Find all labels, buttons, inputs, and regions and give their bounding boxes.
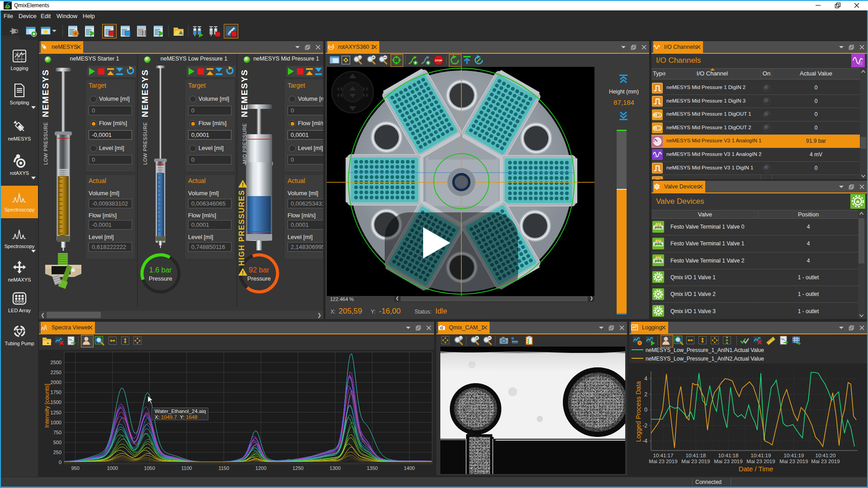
svg-text:1500: 1500 bbox=[51, 399, 61, 405]
svg-text:1300: 1300 bbox=[330, 465, 340, 471]
svg-text:Mai 23 2019: Mai 23 2019 bbox=[681, 459, 710, 464]
svg-text:1.6 bar: 1.6 bar bbox=[149, 266, 172, 274]
svg-text:2500: 2500 bbox=[51, 360, 61, 365]
svg-text:750: 750 bbox=[53, 430, 61, 435]
svg-text:10:41:18: 10:41:18 bbox=[686, 453, 706, 458]
svg-text:1: 1 bbox=[659, 127, 660, 130]
svg-text:250: 250 bbox=[53, 450, 61, 455]
svg-text:0: 0 bbox=[644, 407, 647, 413]
svg-text:Mai 23 2019: Mai 23 2019 bbox=[779, 459, 808, 464]
svg-text:1250: 1250 bbox=[51, 410, 61, 415]
svg-text:1750: 1750 bbox=[51, 389, 61, 395]
svg-text:-2: -2 bbox=[642, 422, 647, 429]
svg-text:92 bar: 92 bar bbox=[249, 266, 269, 274]
svg-text:-4: -4 bbox=[642, 438, 647, 444]
svg-text:Pressure: Pressure bbox=[149, 275, 172, 282]
svg-text:Mai 23 2019: Mai 23 2019 bbox=[746, 459, 775, 464]
svg-text:10:41:19: 10:41:19 bbox=[784, 453, 804, 458]
svg-text:STOP: STOP bbox=[435, 59, 442, 62]
svg-text:2250: 2250 bbox=[51, 370, 61, 375]
svg-text:1200: 1200 bbox=[255, 465, 266, 471]
svg-text:500: 500 bbox=[53, 440, 61, 445]
svg-text:10:41:17: 10:41:17 bbox=[653, 453, 674, 458]
svg-text:Pressure: Pressure bbox=[247, 275, 271, 282]
svg-text:0: 0 bbox=[655, 114, 656, 117]
svg-text:1250: 1250 bbox=[292, 465, 303, 471]
svg-text:950: 950 bbox=[71, 465, 79, 471]
svg-text:1400: 1400 bbox=[404, 465, 415, 471]
svg-text:1050: 1050 bbox=[144, 465, 155, 471]
svg-text:0: 0 bbox=[655, 127, 656, 130]
svg-text:Mai 23 2019: Mai 23 2019 bbox=[811, 459, 840, 464]
svg-text:1.0: 1.0 bbox=[459, 337, 462, 340]
svg-text:10:41:19: 10:41:19 bbox=[751, 453, 771, 458]
svg-text:1350: 1350 bbox=[367, 465, 377, 471]
svg-text:4: 4 bbox=[644, 375, 647, 382]
svg-text:1000: 1000 bbox=[107, 465, 118, 471]
svg-text:10:41:20: 10:41:20 bbox=[816, 453, 836, 458]
svg-text:2000: 2000 bbox=[51, 380, 61, 385]
svg-text:1: 1 bbox=[659, 113, 660, 117]
svg-text:1000: 1000 bbox=[51, 420, 61, 425]
svg-text:2: 2 bbox=[644, 391, 647, 398]
svg-text:1100: 1100 bbox=[181, 465, 192, 471]
svg-text:1150: 1150 bbox=[218, 465, 229, 471]
svg-text:0: 0 bbox=[59, 460, 61, 465]
svg-text:1.0: 1.0 bbox=[359, 56, 362, 59]
svg-text:!: ! bbox=[242, 270, 244, 276]
svg-text:Mai 23 2019: Mai 23 2019 bbox=[714, 459, 742, 464]
svg-text:10:41:18: 10:41:18 bbox=[718, 453, 739, 458]
svg-text:!: ! bbox=[242, 182, 244, 188]
svg-text:Mai 23 2019: Mai 23 2019 bbox=[649, 459, 677, 464]
